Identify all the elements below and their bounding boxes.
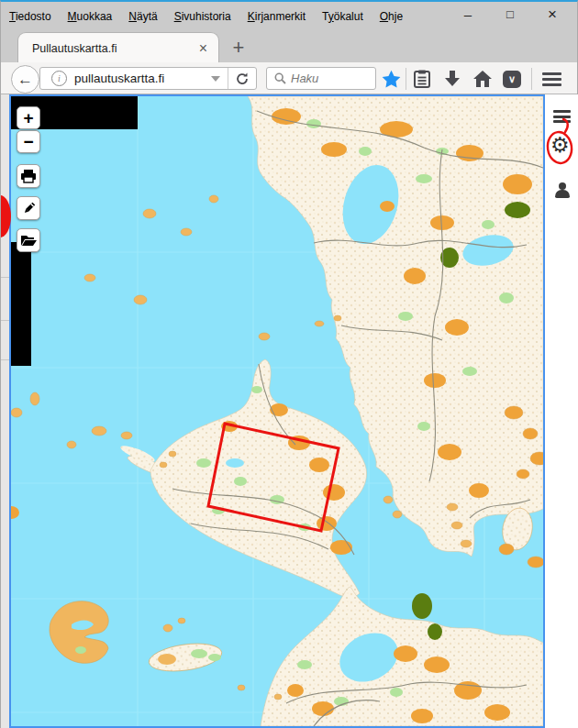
downloads-icon (444, 71, 461, 88)
map-canvas[interactable] (9, 94, 545, 728)
home-button[interactable] (472, 69, 493, 89)
collapsed-left-panel (1, 94, 9, 728)
menu-item-tiedosto[interactable]: Tiedosto (1, 10, 60, 23)
bookmarks-menu-icon (414, 70, 430, 88)
draw-pencil-button[interactable] (17, 196, 40, 220)
url-bar[interactable]: i (39, 67, 257, 90)
zoom-out-button[interactable]: − (17, 130, 40, 153)
tab-bar: Pullautuskartta.fi × + (1, 28, 577, 62)
pocket-button[interactable]: ∨ (502, 69, 522, 89)
map-graphics (11, 96, 543, 726)
user-person-icon[interactable] (555, 182, 570, 198)
menu-button[interactable] (541, 69, 561, 89)
divider (406, 68, 406, 90)
url-input[interactable] (67, 71, 211, 86)
navigation-toolbar: ← i ∨ (1, 62, 577, 94)
url-dropdown-icon[interactable] (211, 76, 220, 82)
layers-hamburger-icon[interactable] (553, 110, 571, 123)
print-button[interactable] (17, 164, 40, 188)
bookmark-star-button[interactable] (381, 69, 401, 89)
downloads-button[interactable] (442, 69, 462, 89)
print-icon (21, 170, 36, 183)
open-folder-button[interactable] (17, 228, 40, 252)
info-icon[interactable]: i (51, 71, 67, 86)
window-controls: – □ × (447, 2, 573, 27)
settings-gear-icon[interactable]: ⚙ (550, 135, 570, 156)
open-folder-icon (21, 234, 37, 247)
bookmark-star-icon (382, 70, 401, 89)
menu-hamburger-icon (542, 72, 561, 86)
tab-close-icon[interactable]: × (188, 40, 218, 57)
pencil-icon (22, 202, 36, 215)
map-sidebar: ⚙ (545, 94, 578, 728)
black-overlay-left (11, 242, 31, 366)
tab-title: Pullautuskartta.fi (18, 42, 188, 55)
menu-item-ohje[interactable]: Ohje (372, 10, 411, 23)
bookmarks-menu-button[interactable] (412, 69, 432, 89)
divider (531, 68, 532, 90)
menu-item-muokkaa[interactable]: Muokkaa (60, 10, 121, 23)
browser-window: TiedostoMuokkaaNäytäSivuhistoriaKirjanme… (0, 0, 578, 728)
zoom-in-button[interactable]: + (17, 106, 40, 129)
pocket-icon: ∨ (503, 71, 521, 88)
search-input[interactable] (286, 71, 375, 86)
search-icon (274, 72, 286, 84)
menu-item-nayta[interactable]: Näytä (120, 10, 165, 23)
reload-button[interactable] (228, 72, 256, 85)
maximize-button[interactable]: □ (489, 2, 531, 27)
back-button[interactable]: ← (11, 65, 39, 94)
close-button[interactable]: × (531, 2, 573, 27)
back-icon: ← (17, 71, 33, 89)
menu-item-tyokalut[interactable]: Työkalut (314, 10, 372, 23)
tab-pullautuskartta[interactable]: Pullautuskartta.fi × (17, 32, 219, 63)
minimize-button[interactable]: – (447, 2, 489, 27)
reload-icon (236, 72, 249, 85)
new-tab-button[interactable]: + (227, 37, 250, 59)
home-icon (473, 71, 492, 88)
menu-item-sivuhistoria[interactable]: Sivuhistoria (166, 10, 239, 23)
menu-item-kirjanmerkit[interactable]: Kirjanmerkit (239, 10, 314, 23)
page-content: ⚙ (1, 94, 578, 728)
search-bar[interactable] (266, 67, 376, 90)
